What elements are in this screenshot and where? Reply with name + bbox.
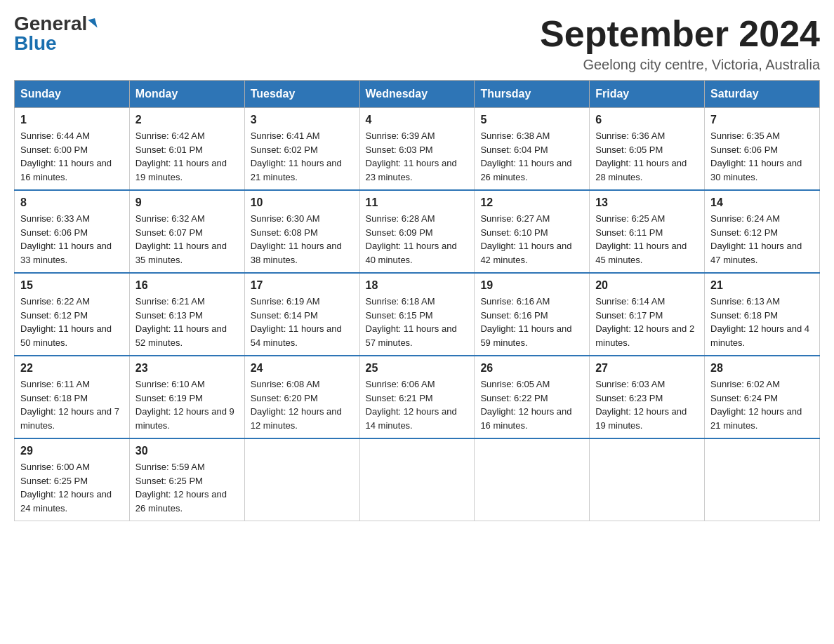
day-number: 15 xyxy=(20,279,124,292)
day-number: 29 xyxy=(20,445,124,457)
day-info: Sunrise: 6:10 AM Sunset: 6:19 PM Dayligh… xyxy=(135,377,239,432)
calendar-cell: 15 Sunrise: 6:22 AM Sunset: 6:12 PM Dayl… xyxy=(15,273,130,356)
day-number: 25 xyxy=(366,362,469,375)
calendar-cell: 21 Sunrise: 6:13 AM Sunset: 6:18 PM Dayl… xyxy=(705,273,820,356)
day-number: 5 xyxy=(480,114,583,126)
header-saturday: Saturday xyxy=(705,81,820,108)
calendar-cell: 7 Sunrise: 6:35 AM Sunset: 6:06 PM Dayli… xyxy=(705,108,820,191)
page-header: General Blue September 2024 Geelong city… xyxy=(14,14,820,73)
calendar-cell: 24 Sunrise: 6:08 AM Sunset: 6:20 PM Dayl… xyxy=(244,356,359,438)
day-info: Sunrise: 6:06 AM Sunset: 6:21 PM Dayligh… xyxy=(366,377,469,432)
calendar-cell: 14 Sunrise: 6:24 AM Sunset: 6:12 PM Dayl… xyxy=(705,190,820,273)
day-number: 12 xyxy=(480,196,583,209)
calendar-cell: 8 Sunrise: 6:33 AM Sunset: 6:06 PM Dayli… xyxy=(15,190,130,273)
calendar-cell: 5 Sunrise: 6:38 AM Sunset: 6:04 PM Dayli… xyxy=(475,108,590,191)
day-info: Sunrise: 6:28 AM Sunset: 6:09 PM Dayligh… xyxy=(366,212,469,267)
calendar-cell: 28 Sunrise: 6:02 AM Sunset: 6:24 PM Dayl… xyxy=(705,356,820,438)
calendar-cell: 11 Sunrise: 6:28 AM Sunset: 6:09 PM Dayl… xyxy=(359,190,475,273)
day-info: Sunrise: 6:35 AM Sunset: 6:06 PM Dayligh… xyxy=(710,129,814,184)
day-info: Sunrise: 6:38 AM Sunset: 6:04 PM Dayligh… xyxy=(480,129,583,184)
day-number: 13 xyxy=(595,196,699,209)
calendar-cell xyxy=(475,438,590,521)
day-number: 9 xyxy=(135,196,239,209)
calendar-cell: 30 Sunrise: 5:59 AM Sunset: 6:25 PM Dayl… xyxy=(129,438,244,521)
calendar-cell: 26 Sunrise: 6:05 AM Sunset: 6:22 PM Dayl… xyxy=(475,356,590,438)
day-info: Sunrise: 6:16 AM Sunset: 6:16 PM Dayligh… xyxy=(480,295,583,349)
day-info: Sunrise: 6:00 AM Sunset: 6:25 PM Dayligh… xyxy=(20,460,124,515)
day-info: Sunrise: 6:11 AM Sunset: 6:18 PM Dayligh… xyxy=(20,377,124,432)
day-info: Sunrise: 6:22 AM Sunset: 6:12 PM Dayligh… xyxy=(20,295,124,349)
calendar-cell: 2 Sunrise: 6:42 AM Sunset: 6:01 PM Dayli… xyxy=(129,108,244,191)
day-info: Sunrise: 6:30 AM Sunset: 6:08 PM Dayligh… xyxy=(251,212,354,267)
day-info: Sunrise: 6:25 AM Sunset: 6:11 PM Dayligh… xyxy=(595,212,699,267)
day-number: 10 xyxy=(251,196,354,209)
calendar-header-row: Sunday Monday Tuesday Wednesday Thursday… xyxy=(15,81,820,108)
day-info: Sunrise: 6:32 AM Sunset: 6:07 PM Dayligh… xyxy=(135,212,239,267)
day-number: 17 xyxy=(251,279,354,292)
day-number: 2 xyxy=(135,114,239,126)
day-number: 11 xyxy=(366,196,469,209)
day-info: Sunrise: 6:13 AM Sunset: 6:18 PM Dayligh… xyxy=(710,295,814,349)
day-info: Sunrise: 6:24 AM Sunset: 6:12 PM Dayligh… xyxy=(710,212,814,267)
day-info: Sunrise: 6:14 AM Sunset: 6:17 PM Dayligh… xyxy=(595,295,699,349)
calendar-cell: 13 Sunrise: 6:25 AM Sunset: 6:11 PM Dayl… xyxy=(590,190,705,273)
day-number: 1 xyxy=(20,114,124,126)
header-monday: Monday xyxy=(129,81,244,108)
logo-blue-text: Blue xyxy=(14,32,57,54)
header-friday: Friday xyxy=(590,81,705,108)
day-number: 26 xyxy=(480,362,583,375)
calendar-cell: 4 Sunrise: 6:39 AM Sunset: 6:03 PM Dayli… xyxy=(359,108,475,191)
day-number: 3 xyxy=(251,114,354,126)
day-number: 14 xyxy=(710,196,814,209)
calendar-cell: 18 Sunrise: 6:18 AM Sunset: 6:15 PM Dayl… xyxy=(359,273,475,356)
day-number: 18 xyxy=(366,279,469,292)
calendar-cell: 3 Sunrise: 6:41 AM Sunset: 6:02 PM Dayli… xyxy=(244,108,359,191)
calendar-cell: 17 Sunrise: 6:19 AM Sunset: 6:14 PM Dayl… xyxy=(244,273,359,356)
day-info: Sunrise: 6:18 AM Sunset: 6:15 PM Dayligh… xyxy=(366,295,469,349)
day-number: 20 xyxy=(595,279,699,292)
calendar-cell xyxy=(244,438,359,521)
day-info: Sunrise: 6:33 AM Sunset: 6:06 PM Dayligh… xyxy=(20,212,124,267)
header-sunday: Sunday xyxy=(15,81,130,108)
calendar-cell xyxy=(590,438,705,521)
day-info: Sunrise: 6:27 AM Sunset: 6:10 PM Dayligh… xyxy=(480,212,583,267)
day-info: Sunrise: 6:39 AM Sunset: 6:03 PM Dayligh… xyxy=(366,129,469,184)
calendar-cell: 6 Sunrise: 6:36 AM Sunset: 6:05 PM Dayli… xyxy=(590,108,705,191)
logo-triangle-icon xyxy=(88,18,98,29)
day-info: Sunrise: 6:21 AM Sunset: 6:13 PM Dayligh… xyxy=(135,295,239,349)
day-number: 6 xyxy=(595,114,699,126)
title-section: September 2024 Geelong city centre, Vict… xyxy=(540,14,820,73)
calendar-cell: 9 Sunrise: 6:32 AM Sunset: 6:07 PM Dayli… xyxy=(129,190,244,273)
logo-general-text: General xyxy=(14,14,87,34)
logo: General Blue xyxy=(14,14,96,53)
calendar-cell xyxy=(359,438,475,521)
day-number: 7 xyxy=(710,114,814,126)
day-info: Sunrise: 6:03 AM Sunset: 6:23 PM Dayligh… xyxy=(595,377,699,432)
calendar-cell: 10 Sunrise: 6:30 AM Sunset: 6:08 PM Dayl… xyxy=(244,190,359,273)
day-number: 22 xyxy=(20,362,124,375)
calendar-cell: 19 Sunrise: 6:16 AM Sunset: 6:16 PM Dayl… xyxy=(475,273,590,356)
calendar-cell: 1 Sunrise: 6:44 AM Sunset: 6:00 PM Dayli… xyxy=(15,108,130,191)
calendar-table: Sunday Monday Tuesday Wednesday Thursday… xyxy=(14,80,820,521)
day-number: 23 xyxy=(135,362,239,375)
month-title: September 2024 xyxy=(540,14,820,54)
calendar-cell: 12 Sunrise: 6:27 AM Sunset: 6:10 PM Dayl… xyxy=(475,190,590,273)
day-info: Sunrise: 6:42 AM Sunset: 6:01 PM Dayligh… xyxy=(135,129,239,184)
day-number: 16 xyxy=(135,279,239,292)
day-info: Sunrise: 6:19 AM Sunset: 6:14 PM Dayligh… xyxy=(251,295,354,349)
day-number: 30 xyxy=(135,445,239,457)
header-wednesday: Wednesday xyxy=(359,81,475,108)
calendar-cell: 16 Sunrise: 6:21 AM Sunset: 6:13 PM Dayl… xyxy=(129,273,244,356)
day-number: 19 xyxy=(480,279,583,292)
calendar-cell: 20 Sunrise: 6:14 AM Sunset: 6:17 PM Dayl… xyxy=(590,273,705,356)
location-text: Geelong city centre, Victoria, Australia xyxy=(540,57,820,73)
calendar-cell: 22 Sunrise: 6:11 AM Sunset: 6:18 PM Dayl… xyxy=(15,356,130,438)
day-number: 27 xyxy=(595,362,699,375)
day-info: Sunrise: 6:05 AM Sunset: 6:22 PM Dayligh… xyxy=(480,377,583,432)
calendar-cell: 29 Sunrise: 6:00 AM Sunset: 6:25 PM Dayl… xyxy=(15,438,130,521)
calendar-cell: 27 Sunrise: 6:03 AM Sunset: 6:23 PM Dayl… xyxy=(590,356,705,438)
day-number: 28 xyxy=(710,362,814,375)
day-number: 21 xyxy=(710,279,814,292)
day-number: 4 xyxy=(366,114,469,126)
day-info: Sunrise: 6:02 AM Sunset: 6:24 PM Dayligh… xyxy=(710,377,814,432)
